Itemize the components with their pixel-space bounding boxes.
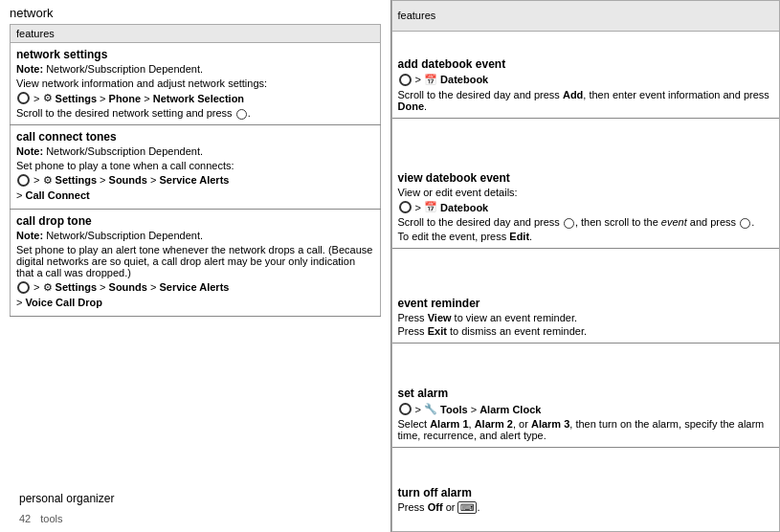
call-connect-tones-note: Note: Network/Subscription Dependent. bbox=[16, 145, 374, 157]
network-settings-row: network settings Note: Network/Subscript… bbox=[11, 43, 381, 125]
call-connect-tones-nav: > ⚙ Settings > Sounds > Service Alerts bbox=[16, 174, 374, 187]
call-drop-tone-note: Note: Network/Subscription Dependent. bbox=[16, 230, 374, 241]
nav-circle-r2 bbox=[399, 201, 412, 213]
network-settings-note: Note: Network/Subscription Dependent. bbox=[16, 63, 374, 75]
call-connect-tones-title: call connect tones bbox=[16, 130, 374, 144]
left-table-header: features bbox=[11, 25, 381, 43]
set-alarm-row: set alarm > 🔧 Tools > Alarm Clock Select… bbox=[391, 361, 780, 470]
call-drop-tone-nav: > ⚙ Settings > Sounds > Service Alerts bbox=[16, 281, 374, 294]
page-section: tools bbox=[40, 513, 62, 524]
call-drop-tone-nav2: > Voice Call Drop bbox=[16, 297, 374, 308]
set-alarm-nav: > 🔧 Tools > Alarm Clock bbox=[398, 403, 774, 415]
right-features-table: features add datebook event > 📅 Datebook bbox=[391, 0, 781, 532]
turn-off-alarm-row: turn off alarm Press Off or ⌨. bbox=[391, 470, 780, 531]
add-datebook-event-title: add datebook event bbox=[398, 57, 774, 71]
call-drop-tone-desc: Set phone to play an alert tone whenever… bbox=[16, 244, 374, 278]
set-alarm-desc: Select Alarm 1, Alarm 2, or Alarm 3, the… bbox=[398, 418, 774, 441]
turn-off-alarm-title: turn off alarm bbox=[398, 486, 774, 499]
right-column: features add datebook event > 📅 Datebook bbox=[390, 0, 781, 532]
add-datebook-event-block: add datebook event > 📅 Datebook Scroll t… bbox=[392, 54, 780, 119]
network-settings-title: network settings bbox=[16, 48, 374, 61]
call-drop-tone-row: call drop tone Note: Network/Subscriptio… bbox=[11, 209, 381, 316]
inline-circle-r3 bbox=[740, 218, 750, 229]
nav-circle-icon bbox=[17, 92, 30, 104]
event-reminder-title: event reminder bbox=[398, 297, 774, 310]
call-drop-tone-block: call drop tone Note: Network/Subscriptio… bbox=[11, 210, 380, 316]
view-datebook-desc2: Scroll to the desired day and press , th… bbox=[398, 216, 774, 229]
call-connect-tones-block: call connect tones Note: Network/Subscri… bbox=[11, 125, 380, 209]
network-settings-block: network settings Note: Network/Subscript… bbox=[11, 43, 380, 124]
view-datebook-nav: > 📅 Datebook bbox=[398, 201, 774, 213]
event-reminder-block: event reminder Press View to view an eve… bbox=[392, 293, 780, 344]
turn-off-alarm-block: turn off alarm Press Off or ⌨. bbox=[392, 482, 780, 519]
turn-off-alarm-desc: Press Off or ⌨. bbox=[398, 501, 774, 513]
view-datebook-event-title: view datebook event bbox=[398, 171, 774, 185]
left-footer: personal organizer 42 tools bbox=[10, 477, 381, 526]
view-datebook-desc1: View or edit event details: bbox=[398, 187, 774, 198]
left-column: network features network settings Note: … bbox=[0, 0, 390, 532]
keyboard-icon: ⌨ bbox=[457, 501, 477, 514]
network-settings-nav: > ⚙ Settings > Phone > Network Selection bbox=[16, 92, 374, 104]
right-table-header: features bbox=[391, 1, 780, 32]
call-connect-tones-nav2: > Call Connect bbox=[16, 189, 374, 201]
network-settings-scroll: Scroll to the desired network setting an… bbox=[16, 107, 374, 120]
add-datebook-nav: > 📅 Datebook bbox=[398, 74, 774, 86]
view-datebook-event-block: view datebook event View or edit event d… bbox=[392, 167, 780, 249]
settings-icon: ⚙ bbox=[43, 92, 53, 104]
page-footer: 42 tools bbox=[10, 511, 381, 526]
set-alarm-block: set alarm > 🔧 Tools > Alarm Clock Select… bbox=[392, 383, 780, 448]
personal-organizer-label: personal organizer bbox=[10, 486, 381, 511]
page-number: 42 bbox=[19, 513, 31, 524]
settings-icon3: ⚙ bbox=[43, 281, 53, 294]
call-connect-tones-row: call connect tones Note: Network/Subscri… bbox=[11, 124, 381, 209]
event-reminder-row: event reminder Press View to view an eve… bbox=[391, 277, 780, 362]
nav-circle-icon3 bbox=[17, 281, 30, 294]
set-alarm-title: set alarm bbox=[398, 387, 774, 400]
event-reminder-desc2: Press Exit to dismiss an event reminder. bbox=[398, 325, 774, 337]
left-section-title: network bbox=[10, 6, 381, 20]
tools-icon: 🔧 bbox=[424, 403, 437, 415]
nav-circle-icon2 bbox=[17, 174, 30, 187]
left-features-table: features network settings Note: Network/… bbox=[10, 24, 381, 317]
network-settings-desc: View network information and adjust netw… bbox=[16, 78, 374, 89]
scroll-circle-icon bbox=[236, 109, 247, 120]
event-reminder-desc1: Press View to view an event reminder. bbox=[398, 312, 774, 323]
settings-icon2: ⚙ bbox=[43, 174, 53, 187]
add-datebook-event-row: add datebook event > 📅 Datebook Scroll t… bbox=[391, 31, 780, 141]
view-datebook-event-row: view datebook event View or edit event d… bbox=[391, 141, 780, 277]
add-datebook-desc: Scroll to the desired day and press Add,… bbox=[398, 89, 774, 112]
inline-circle-r2 bbox=[564, 218, 574, 229]
nav-circle-r1 bbox=[399, 74, 412, 86]
call-connect-tones-desc: Set phone to play a tone when a call con… bbox=[16, 160, 374, 171]
call-drop-tone-title: call drop tone bbox=[16, 214, 374, 228]
view-datebook-desc3: To edit the event, press Edit. bbox=[398, 231, 774, 242]
datebook-icon2: 📅 bbox=[424, 201, 437, 213]
nav-circle-r4 bbox=[399, 403, 412, 415]
datebook-icon1: 📅 bbox=[424, 74, 437, 86]
